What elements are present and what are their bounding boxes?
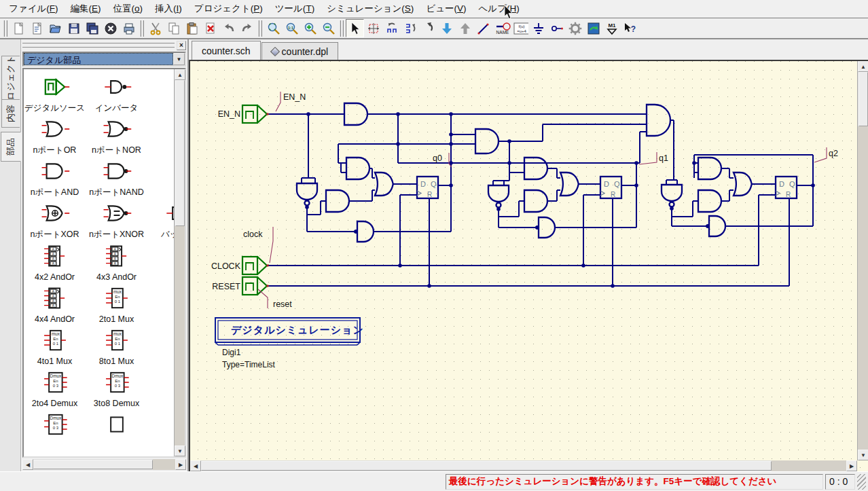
rotate-button[interactable] (419, 19, 437, 37)
palette-item-nポートXOR[interactable]: nポートXOR (24, 198, 86, 240)
sidebar-tab-components[interactable]: 部品 (1, 132, 21, 162)
schematic-canvas[interactable]: DQRDQRDQR EN_N EN_N q0 q1 q2 clock CLOCK… (189, 60, 868, 471)
paste-button[interactable] (183, 19, 201, 37)
scroll-left-icon[interactable]: ◀ (22, 459, 33, 470)
canvas-hscroll-thumb[interactable] (201, 461, 772, 471)
dock-grip[interactable] (22, 43, 175, 48)
simulation-block-title[interactable]: デジタルシミュレーション (231, 324, 364, 335)
palette-hscrollbar[interactable]: ◀ ▶ (22, 459, 186, 470)
toolbar-handle[interactable] (258, 20, 262, 37)
dock-close-icon[interactable]: × (177, 41, 186, 50)
simulation-name[interactable]: Digi1 (222, 348, 241, 357)
palette-hscroll-thumb[interactable] (33, 460, 153, 469)
save-button[interactable] (65, 19, 83, 37)
scroll-up-icon[interactable]: ▲ (175, 69, 185, 80)
palette-item-4to1-Mux[interactable]: muxEn0 14to1 Mux (24, 325, 86, 367)
palette-item-4x3-AndOr[interactable]: AAAA4x3 AndOr (86, 241, 147, 283)
view-data-button[interactable] (584, 19, 602, 37)
chevron-down-icon[interactable]: ▼ (173, 53, 185, 65)
new-text-button[interactable] (28, 19, 46, 37)
menu-item-5[interactable]: ツール(T) (269, 0, 321, 18)
menu-item-4[interactable]: プロジェクト(P) (188, 0, 269, 18)
palette-item-dmux[interactable]: DmuxEn0 3 (24, 410, 86, 439)
undo-button[interactable] (219, 19, 238, 37)
menu-item-7[interactable]: ビュー(V) (420, 0, 472, 18)
zoom-out-button[interactable] (319, 19, 338, 37)
palette-item-バッファ[interactable]: バッファ (147, 198, 174, 240)
net-label-q0[interactable]: q0 (433, 153, 442, 163)
schematic-svg[interactable]: DQRDQRDQR EN_N EN_N q0 q1 q2 clock CLOCK… (190, 61, 852, 460)
select-button[interactable] (346, 19, 364, 37)
menu-item-3[interactable]: 挿入(I) (149, 0, 188, 18)
move-component-button[interactable] (364, 19, 382, 37)
copy-button[interactable] (164, 19, 183, 37)
scroll-right-icon[interactable]: ▶ (846, 460, 857, 471)
document-tab-counter.sch[interactable]: counter.sch (192, 41, 261, 60)
canvas-hscrollbar[interactable]: ◀ ▶ (190, 460, 857, 471)
mirror-y-button[interactable] (401, 19, 419, 37)
net-label-q2[interactable]: q2 (829, 149, 838, 158)
palette-item-nポートOR[interactable]: nポートOR (24, 114, 86, 156)
net-label-q1[interactable]: q1 (659, 153, 668, 163)
sidebar-tab-content[interactable]: 内容 (1, 99, 20, 128)
mirror-horizontal-button[interactable] (456, 19, 474, 37)
toolbar-handle[interactable] (3, 20, 7, 37)
document-tab-counter.dpl[interactable]: counter.dpl (261, 42, 339, 60)
palette-item-nポートXNOR[interactable]: nポートXNOR (86, 198, 147, 240)
menu-item-0[interactable]: ファイル(F) (3, 0, 65, 18)
mirror-vertical-button[interactable] (437, 19, 456, 37)
zoom-in-button[interactable] (301, 19, 319, 37)
new-button[interactable] (10, 19, 28, 37)
component-category-combobox[interactable]: デジタル部品 ▼ (22, 52, 186, 67)
canvas-vscrollbar[interactable]: ▲ ▼ (857, 61, 868, 460)
save-all-button[interactable] (83, 19, 101, 37)
equation-button[interactable]: f(u)=u+4 (511, 19, 529, 37)
scroll-up-icon[interactable]: ▲ (858, 61, 868, 72)
palette-item-3to8-Demux[interactable]: DmuxEn0 33to8 Demux (86, 367, 147, 410)
scroll-right-icon[interactable]: ▶ (175, 459, 186, 470)
component-category-value[interactable]: デジタル部品 (24, 53, 173, 65)
whats-this-button[interactable]: ? (621, 19, 639, 37)
palette-vscroll-thumb[interactable] (175, 80, 185, 226)
wire-button[interactable] (474, 19, 492, 37)
simulate-button[interactable] (566, 19, 584, 37)
print-button[interactable] (120, 19, 138, 37)
wire-label-button[interactable]: NAME (492, 19, 511, 37)
simulation-type[interactable]: Type=TimeList (222, 360, 276, 369)
marker-button[interactable]: M1 (602, 19, 621, 37)
palette-item-2to4-Demux[interactable]: DmuxEn0 32to4 Demux (24, 367, 86, 410)
menu-item-2[interactable]: 位置(o) (107, 0, 149, 18)
ground-button[interactable] (529, 19, 547, 37)
zoom-1-1-button[interactable]: 1:1 (283, 19, 301, 37)
size-grip[interactable] (857, 474, 866, 490)
palette-item-2to1-Mux[interactable]: muxEn0 12to1 Mux (86, 283, 147, 325)
toolbar-handle[interactable] (340, 20, 344, 37)
palette-item-nポートNAND[interactable]: nポートNAND (86, 156, 147, 198)
palette-item-8to1-Mux[interactable]: muxEn0 18to1 Mux (86, 325, 147, 367)
cut-button[interactable] (146, 19, 164, 37)
canvas-vscroll-thumb[interactable] (858, 72, 868, 126)
palette-item-4x4-AndOr[interactable]: AAAA4x4 AndOr (24, 283, 86, 325)
toolbar-handle[interactable] (140, 20, 144, 37)
menu-item-6[interactable]: シミュレーション(S) (321, 0, 420, 18)
port-button[interactable] (547, 19, 566, 37)
scroll-left-icon[interactable]: ◀ (190, 460, 201, 471)
palette-item-デジタルソース[interactable]: デジタルソース (24, 72, 86, 114)
open-button[interactable] (46, 19, 65, 37)
delete-button[interactable] (201, 19, 219, 37)
net-label-clock[interactable]: clock (243, 230, 263, 239)
zoom-fit-button[interactable] (264, 19, 283, 37)
close-doc-button[interactable] (101, 19, 120, 37)
palette-vscrollbar[interactable]: ▲ ▼ (174, 69, 185, 456)
net-label-reset[interactable]: reset (273, 299, 292, 309)
palette-item-box[interactable] (86, 410, 147, 439)
scroll-down-icon[interactable]: ▼ (175, 445, 185, 456)
scroll-down-icon[interactable]: ▼ (858, 450, 868, 460)
palette-item-nポートNOR[interactable]: nポートNOR (86, 114, 147, 156)
menu-item-1[interactable]: 編集(E) (65, 0, 107, 18)
palette-item-インバータ[interactable]: インバータ (86, 72, 147, 114)
redo-button[interactable] (238, 19, 256, 37)
mirror-x-button[interactable] (382, 19, 401, 37)
net-label-en[interactable]: EN_N (283, 92, 306, 102)
palette-item-4x2-AndOr[interactable]: AAAA4x2 AndOr (24, 241, 86, 283)
